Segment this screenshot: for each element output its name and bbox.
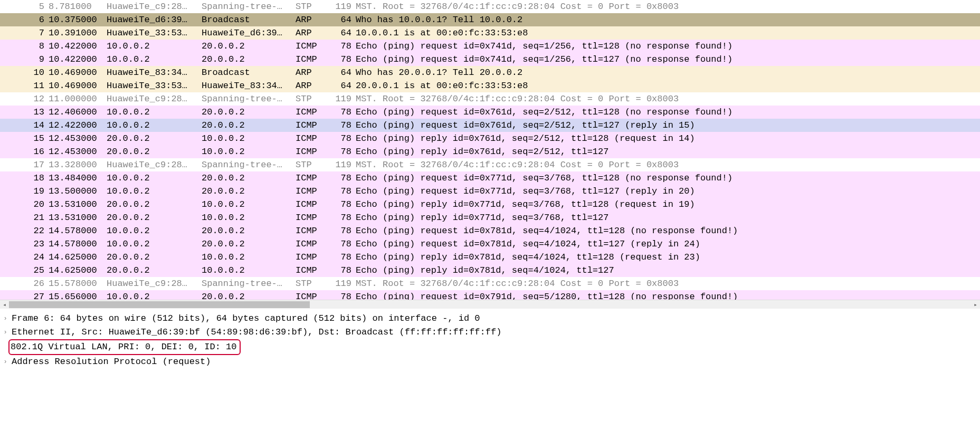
packet-row[interactable]: 1110.469000HuaweiTe_33:53…HuaweiTe_83:34… xyxy=(0,79,980,92)
col-length: 78 xyxy=(324,119,354,132)
packet-row[interactable]: 2013.53100020.0.0.210.0.0.2ICMP78Echo (p… xyxy=(0,198,980,211)
detail-arp-line[interactable]: › Address Resolution Protocol (request) xyxy=(0,355,980,369)
col-info: MST. Root = 32768/0/4c:1f:cc:c9:28:04 Co… xyxy=(354,92,980,106)
col-info: Echo (ping) request id=0x791d, seq=5/128… xyxy=(354,290,980,300)
col-source: HuaweiTe_c9:28… xyxy=(104,92,199,106)
col-length: 78 xyxy=(324,198,354,211)
col-protocol: ICMP xyxy=(293,145,324,158)
packet-row[interactable]: 610.375000HuaweiTe_d6:39…BroadcastARP64W… xyxy=(0,13,980,26)
detail-frame-line[interactable]: › Frame 6: 64 bytes on wire (512 bits), … xyxy=(0,312,980,326)
packet-row[interactable]: 1913.50000010.0.0.220.0.0.2ICMP78Echo (p… xyxy=(0,185,980,198)
col-length: 64 xyxy=(324,13,354,26)
col-protocol: ICMP xyxy=(293,53,324,66)
packet-row[interactable]: 2715.65600010.0.0.220.0.0.2ICMP78Echo (p… xyxy=(0,290,980,300)
col-length: 119 xyxy=(324,0,354,13)
scroll-right-arrow-icon[interactable]: ▸ xyxy=(971,300,980,309)
packet-row[interactable]: 1211.000000HuaweiTe_c9:28…Spanning-tree-… xyxy=(0,92,980,106)
col-time: 13.531000 xyxy=(46,198,104,211)
col-no: 23 xyxy=(0,237,46,251)
packet-row[interactable]: 58.781000HuaweiTe_c9:28…Spanning-tree-…S… xyxy=(0,0,980,13)
col-time: 8.781000 xyxy=(46,0,104,13)
col-destination: Spanning-tree-… xyxy=(199,158,293,171)
packet-row[interactable]: 910.42200010.0.0.220.0.0.2ICMP78Echo (pi… xyxy=(0,53,980,66)
col-no: 17 xyxy=(0,158,46,171)
col-destination: 10.0.0.2 xyxy=(199,198,293,211)
col-source: 10.0.0.2 xyxy=(104,224,199,237)
packet-row[interactable]: 2514.62500020.0.0.210.0.0.2ICMP78Echo (p… xyxy=(0,264,980,277)
packet-list-h-scrollbar[interactable]: ◂ ▸ xyxy=(0,300,980,309)
packet-row[interactable]: 1813.48400010.0.0.220.0.0.2ICMP78Echo (p… xyxy=(0,171,980,185)
col-destination: 10.0.0.2 xyxy=(199,132,293,145)
col-time: 13.484000 xyxy=(46,171,104,185)
packet-detail-pane[interactable]: › Frame 6: 64 bytes on wire (512 bits), … xyxy=(0,309,980,369)
col-time: 12.453000 xyxy=(46,145,104,158)
col-source: HuaweiTe_c9:28… xyxy=(104,277,199,290)
packet-row[interactable]: 810.42200010.0.0.220.0.0.2ICMP78Echo (pi… xyxy=(0,40,980,53)
col-protocol: ARP xyxy=(293,79,324,92)
col-no: 12 xyxy=(0,92,46,106)
col-time: 10.469000 xyxy=(46,66,104,79)
scroll-left-arrow-icon[interactable]: ◂ xyxy=(0,300,9,309)
col-time: 12.453000 xyxy=(46,132,104,145)
col-protocol: ARP xyxy=(293,13,324,26)
packet-row[interactable]: 2214.57800010.0.0.220.0.0.2ICMP78Echo (p… xyxy=(0,224,980,237)
col-source: 10.0.0.2 xyxy=(104,40,199,53)
col-source: 20.0.0.2 xyxy=(104,211,199,224)
col-protocol: ARP xyxy=(293,66,324,79)
scroll-thumb[interactable] xyxy=(9,301,310,308)
expand-icon[interactable]: › xyxy=(1,355,9,369)
packet-row[interactable]: 1512.45300020.0.0.210.0.0.2ICMP78Echo (p… xyxy=(0,132,980,145)
col-source: HuaweiTe_d6:39… xyxy=(104,13,199,26)
col-info: Echo (ping) request id=0x761d, seq=2/512… xyxy=(354,106,980,119)
col-time: 14.578000 xyxy=(46,224,104,237)
packet-row[interactable]: 710.391000HuaweiTe_33:53…HuaweiTe_d6:39…… xyxy=(0,26,980,40)
col-destination: 20.0.0.2 xyxy=(199,53,293,66)
col-destination: 20.0.0.2 xyxy=(199,185,293,198)
detail-ethernet-line[interactable]: › Ethernet II, Src: HuaweiTe_d6:39:bf (5… xyxy=(0,326,980,339)
col-no: 22 xyxy=(0,224,46,237)
col-length: 64 xyxy=(324,66,354,79)
col-destination: HuaweiTe_d6:39… xyxy=(199,26,293,40)
packet-row[interactable]: 1312.40600010.0.0.220.0.0.2ICMP78Echo (p… xyxy=(0,106,980,119)
col-no: 13 xyxy=(0,106,46,119)
col-protocol: STP xyxy=(293,0,324,13)
col-info: Echo (ping) reply id=0x761d, seq=2/512, … xyxy=(354,145,980,158)
detail-vlan-text: 802.1Q Virtual LAN, PRI: 0, DEI: 0, ID: … xyxy=(11,342,236,352)
col-length: 119 xyxy=(324,158,354,171)
col-protocol: ICMP xyxy=(293,211,324,224)
detail-arp-text: Address Resolution Protocol (request) xyxy=(9,355,211,369)
packet-row[interactable]: 1612.45300020.0.0.210.0.0.2ICMP78Echo (p… xyxy=(0,145,980,158)
col-time: 10.391000 xyxy=(46,26,104,40)
col-source: HuaweiTe_c9:28… xyxy=(104,0,199,13)
col-no: 11 xyxy=(0,79,46,92)
col-source: 20.0.0.2 xyxy=(104,145,199,158)
packet-row[interactable]: 1713.328000HuaweiTe_c9:28…Spanning-tree-… xyxy=(0,158,980,171)
col-info: Who has 20.0.0.1? Tell 20.0.0.2 xyxy=(354,66,980,79)
packet-row[interactable]: 2314.57800010.0.0.220.0.0.2ICMP78Echo (p… xyxy=(0,237,980,251)
packet-row[interactable]: 1412.42200010.0.0.220.0.0.2ICMP78Echo (p… xyxy=(0,119,980,132)
col-no: 7 xyxy=(0,26,46,40)
col-length: 78 xyxy=(324,145,354,158)
expand-icon[interactable]: › xyxy=(1,326,9,339)
packet-row[interactable]: 1010.469000HuaweiTe_83:34…BroadcastARP64… xyxy=(0,66,980,79)
col-info: Echo (ping) reply id=0x771d, seq=3/768, … xyxy=(354,211,980,224)
col-destination: 20.0.0.2 xyxy=(199,224,293,237)
expand-icon[interactable]: › xyxy=(1,312,9,326)
packet-list-pane[interactable]: 58.781000HuaweiTe_c9:28…Spanning-tree-…S… xyxy=(0,0,980,300)
col-time: 15.578000 xyxy=(46,277,104,290)
col-source: 10.0.0.2 xyxy=(104,185,199,198)
col-time: 15.656000 xyxy=(46,290,104,300)
packet-row[interactable]: 2113.53100020.0.0.210.0.0.2ICMP78Echo (p… xyxy=(0,211,980,224)
col-protocol: ICMP xyxy=(293,264,324,277)
packet-row[interactable]: 2615.578000HuaweiTe_c9:28…Spanning-tree-… xyxy=(0,277,980,290)
col-destination: 20.0.0.2 xyxy=(199,290,293,300)
col-source: 10.0.0.2 xyxy=(104,290,199,300)
col-time: 13.328000 xyxy=(46,158,104,171)
detail-ethernet-text: Ethernet II, Src: HuaweiTe_d6:39:bf (54:… xyxy=(9,326,501,339)
col-no: 27 xyxy=(0,290,46,300)
packet-row[interactable]: 2414.62500020.0.0.210.0.0.2ICMP78Echo (p… xyxy=(0,251,980,264)
col-source: HuaweiTe_c9:28… xyxy=(104,158,199,171)
col-no: 25 xyxy=(0,264,46,277)
col-info: Echo (ping) request id=0x761d, seq=2/512… xyxy=(354,119,980,132)
detail-vlan-line[interactable]: 802.1Q Virtual LAN, PRI: 0, DEI: 0, ID: … xyxy=(0,339,980,355)
